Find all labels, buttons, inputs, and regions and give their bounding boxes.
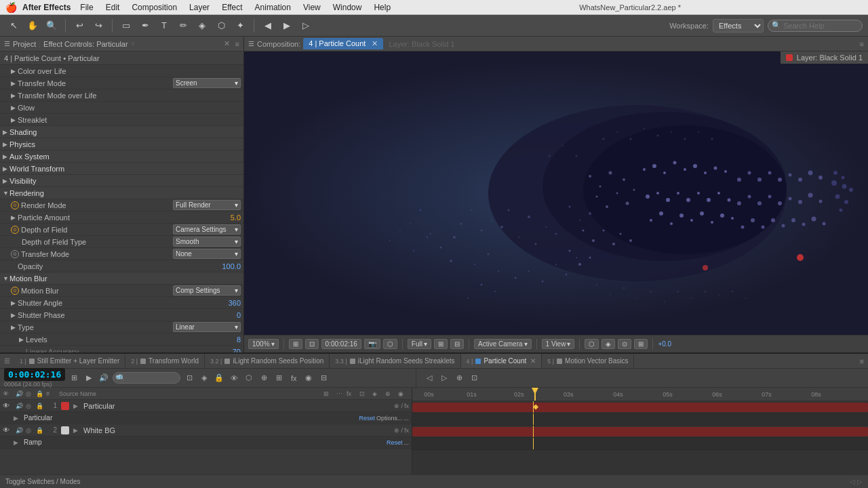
stopwatch-icon[interactable]: ⊙ bbox=[11, 287, 19, 295]
tl-btn-move[interactable]: ⊡ bbox=[183, 372, 195, 384]
layer-1-keys[interactable]: ⊕ bbox=[394, 403, 399, 409]
toggle-switches-btn[interactable]: Toggle Switches / Modes bbox=[5, 478, 81, 485]
camera-select[interactable]: Active Camera▾ bbox=[474, 339, 532, 349]
guides-toggle[interactable]: ⊟ bbox=[450, 339, 464, 349]
tl-btn-loop[interactable]: ⊞ bbox=[68, 372, 80, 384]
param-motion-blur-val[interactable]: ⊙ Motion Blur Comp Settings▾ bbox=[0, 285, 243, 297]
apple-menu[interactable]: 🍎 bbox=[5, 2, 17, 13]
tool-select[interactable]: ↖ bbox=[5, 18, 22, 34]
tl-timecode[interactable]: 0:00:02:16 bbox=[4, 368, 65, 381]
menu-edit[interactable]: Edit bbox=[100, 0, 125, 15]
param-arrow[interactable]: ▶ bbox=[3, 153, 9, 160]
layer-1-slash[interactable]: / bbox=[401, 403, 403, 409]
render-tools[interactable]: ◈ bbox=[601, 339, 615, 349]
param-depth-of-field[interactable]: ⊙ Depth of Field Camera Settings▾ bbox=[0, 224, 243, 236]
move-tools[interactable]: ⊞ bbox=[634, 339, 648, 349]
view-count[interactable]: 1 View▾ bbox=[542, 339, 575, 349]
param-physics[interactable]: ▶ Physics bbox=[0, 138, 243, 150]
tool-redo[interactable]: ↪ bbox=[90, 18, 106, 34]
tl-tab-close[interactable]: ✕ bbox=[530, 357, 536, 365]
param-transfer-mode-life[interactable]: ▶ Transfer Mode over Life bbox=[0, 89, 243, 102]
param-arrow[interactable]: ▶ bbox=[3, 165, 9, 172]
tl-tab-3-3[interactable]: 3.3 | iLight Random Seeds Streaklets bbox=[330, 354, 460, 369]
layer-2-fx[interactable]: fx bbox=[404, 427, 409, 434]
tl-options[interactable]: ≡ bbox=[856, 357, 868, 365]
tl-btn-play[interactable]: ▶ bbox=[83, 372, 95, 384]
layer-2-solo[interactable]: ◎ bbox=[26, 427, 34, 434]
param-visibility[interactable]: ▶ Visibility bbox=[0, 175, 243, 187]
param-transfer-mode[interactable]: ▶ Transfer Mode Screen▾ bbox=[0, 77, 243, 89]
tl-track-btn-zoom[interactable]: ⊕ bbox=[453, 372, 465, 384]
search-input[interactable] bbox=[768, 20, 863, 32]
param-motion-blur[interactable]: ▼ Motion Blur bbox=[0, 272, 243, 285]
layer-1-audio[interactable]: 🔊 bbox=[16, 403, 24, 409]
param-linear-accuracy[interactable]: Linear Accuracy 70 bbox=[0, 346, 243, 352]
panel-menu-icon[interactable]: ☰ bbox=[4, 40, 10, 47]
depth-of-field-dropdown[interactable]: Camera Settings▾ bbox=[173, 224, 241, 235]
more-btn[interactable]: ... bbox=[403, 415, 409, 422]
tool-next[interactable]: ▶ bbox=[279, 18, 295, 34]
layer-1-lock[interactable]: 🔒 bbox=[36, 403, 44, 409]
param-value[interactable]: 8 bbox=[207, 336, 241, 344]
timecode-display[interactable]: 0:00:02:16 bbox=[321, 339, 361, 349]
layer-1-name[interactable]: Particular bbox=[83, 402, 392, 410]
tl-btn-fx[interactable]: fx bbox=[288, 372, 300, 384]
tool-pen[interactable]: ✒ bbox=[137, 18, 153, 34]
param-aux-system[interactable]: ▶ Aux System bbox=[0, 150, 243, 163]
tool-brush[interactable]: ✏ bbox=[175, 18, 191, 34]
layer-2-keys[interactable]: ⊕ bbox=[394, 427, 399, 434]
tl-track-btn-2[interactable]: ▷ bbox=[438, 372, 450, 384]
param-value[interactable]: 70 bbox=[207, 348, 241, 353]
param-dof-type[interactable]: Depth of Field Type Smooth▾ bbox=[0, 236, 243, 248]
comp-panel-options[interactable]: ≡ bbox=[860, 40, 864, 48]
layer-1-vis[interactable]: 👁 bbox=[3, 402, 14, 409]
color-mgmt[interactable]: ⬡ bbox=[383, 339, 397, 349]
panel-close[interactable]: ✕ bbox=[224, 39, 230, 48]
region-of-interest[interactable]: ⊞ bbox=[289, 339, 302, 349]
param-color-over-life[interactable]: ▶ Color over Life bbox=[0, 65, 243, 77]
layer-2-audio[interactable]: 🔊 bbox=[16, 427, 24, 434]
tl-tab-3-2[interactable]: 3.2 | iLight Random Seeds Position bbox=[205, 354, 330, 369]
param-arrow[interactable]: ▶ bbox=[11, 312, 18, 319]
grid-toggle[interactable]: ⊞ bbox=[434, 339, 448, 349]
param-transfer-mode-render[interactable]: ⊙ Transfer Mode None▾ bbox=[0, 248, 243, 260]
param-value[interactable]: 360 bbox=[207, 299, 241, 307]
tool-stamp[interactable]: ⬡ bbox=[213, 18, 229, 34]
tool-hand[interactable]: ✋ bbox=[24, 18, 41, 34]
tl-btn-collapse[interactable]: ⊞ bbox=[273, 372, 285, 384]
layer-1-solo[interactable]: ◎ bbox=[26, 403, 34, 409]
tl-bottom-scroll[interactable]: ◁ ▷ bbox=[850, 478, 863, 485]
param-arrow[interactable]: ▶ bbox=[3, 129, 9, 136]
param-arrow[interactable]: ▼ bbox=[3, 190, 9, 197]
tl-btn-render[interactable]: ⬡ bbox=[243, 372, 255, 384]
more-btn-2[interactable]: ... bbox=[403, 439, 409, 446]
layer-2-name[interactable]: White BG bbox=[83, 426, 392, 434]
param-particle-amount[interactable]: ▶ Particle Amount 5.0 bbox=[0, 211, 243, 224]
param-arrow[interactable]: ▶ bbox=[3, 141, 9, 148]
transfer-mode-render-dropdown[interactable]: None▾ bbox=[173, 249, 241, 259]
effect-params[interactable]: ▶ Color over Life ▶ Transfer Mode Screen… bbox=[0, 65, 243, 352]
param-render-mode[interactable]: ⊙ Render Mode Full Render▾ bbox=[0, 199, 243, 211]
reset-btn[interactable]: Reset bbox=[359, 415, 375, 422]
tl-btn-audio[interactable]: 🔊 bbox=[98, 372, 110, 384]
tl-btn-hide[interactable]: 👁 bbox=[228, 372, 240, 384]
param-shading[interactable]: ▶ Shading bbox=[0, 126, 243, 138]
project-label[interactable]: Project bbox=[13, 40, 36, 48]
param-arrow[interactable]: ▶ bbox=[11, 68, 18, 75]
tool-box[interactable]: ▭ bbox=[118, 18, 134, 34]
stopwatch-icon[interactable]: ⊙ bbox=[11, 250, 19, 258]
param-arrow[interactable]: ▶ bbox=[11, 117, 18, 123]
param-arrow[interactable]: ▶ bbox=[11, 80, 18, 87]
tool-rubber[interactable]: ◈ bbox=[194, 18, 210, 34]
param-type[interactable]: ▶ Type Linear▾ bbox=[0, 321, 243, 333]
tl-tab-4[interactable]: 4 | Particle Count ✕ bbox=[461, 354, 542, 369]
tl-btn-guide[interactable]: ⊟ bbox=[317, 372, 330, 384]
param-arrow[interactable]: ▼ bbox=[3, 275, 9, 282]
render-mode-dropdown[interactable]: Full Render▾ bbox=[173, 200, 241, 210]
tl-btn-motion[interactable]: ◉ bbox=[302, 372, 315, 384]
tl-btn-solo[interactable]: ◈ bbox=[198, 372, 210, 384]
workspace-select[interactable]: Effects Standard bbox=[713, 19, 764, 33]
param-value[interactable]: 5.0 bbox=[207, 214, 241, 222]
param-rendering[interactable]: ▼ Rendering bbox=[0, 187, 243, 199]
tool-undo[interactable]: ↩ bbox=[71, 18, 87, 34]
